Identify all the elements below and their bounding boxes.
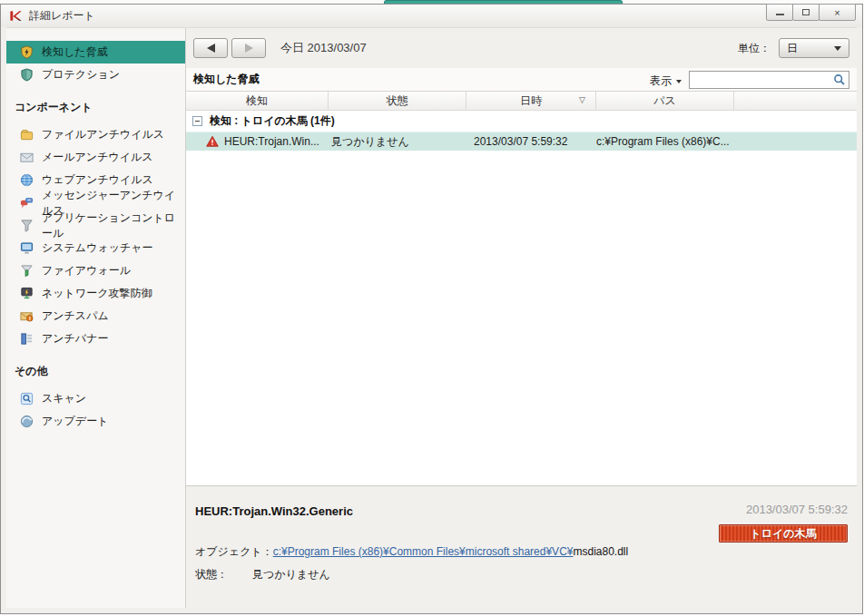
forward-arrow-icon xyxy=(245,44,253,53)
table-row[interactable]: HEUR:Trojan.Win... 見つかりません 2013/03/07 5:… xyxy=(186,132,857,151)
unit-label: 単位： xyxy=(738,41,771,56)
object-row: オブジェクト： c:¥Program Files (x86)¥Common Fi… xyxy=(195,544,628,560)
sidebar-item-anti-spam[interactable]: アンチスパム xyxy=(6,305,185,328)
sidebar-item-firewall[interactable]: ファイアウォール xyxy=(6,259,185,282)
close-icon: × xyxy=(834,7,839,18)
view-dropdown[interactable]: 表示 xyxy=(650,73,682,89)
monitor-icon xyxy=(20,241,34,255)
sidebar-item-mail-antivirus[interactable]: メールアンチウイルス xyxy=(6,146,185,169)
sidebar-item-file-antivirus[interactable]: ファイルアンチウイルス xyxy=(6,123,185,146)
back-arrow-icon xyxy=(207,44,215,53)
scan-magnifier-icon xyxy=(20,392,34,406)
network-attack-icon xyxy=(20,287,34,300)
row-datetime: 2013/03/07 5:59:32 xyxy=(474,135,567,148)
table-header: 検知 状態 日時▽ パス xyxy=(186,92,857,111)
minimize-button[interactable] xyxy=(766,4,793,21)
collapse-expander-icon[interactable] xyxy=(192,116,202,126)
search-icon xyxy=(833,73,846,86)
next-day-button[interactable] xyxy=(231,38,266,58)
list-header: 検知した脅威 表示 xyxy=(186,68,857,92)
sidebar-section-others: その他 xyxy=(6,350,185,387)
chevron-down-icon xyxy=(834,46,841,51)
results-list: 検知 : トロイの木馬 (1件) HEUR:Trojan.Win... 見つかり… xyxy=(186,111,857,485)
threat-type-badge: トロイの木馬 xyxy=(719,524,848,543)
kaspersky-logo-icon xyxy=(9,9,23,23)
globe-icon xyxy=(20,173,34,187)
sidebar-item-scan[interactable]: スキャン xyxy=(6,387,185,410)
sidebar-item-network-attack-blocker[interactable]: ネットワーク攻撃防御 xyxy=(6,282,185,305)
sidebar-item-protection[interactable]: プロテクション xyxy=(6,64,185,86)
search-box xyxy=(689,71,849,89)
unit-dropdown[interactable]: 日 xyxy=(779,38,849,58)
row-status: 見つかりません xyxy=(331,134,409,150)
column-header-empty[interactable] xyxy=(734,92,857,110)
funnel-icon xyxy=(20,219,34,232)
row-detection: HEUR:Trojan.Win... xyxy=(224,135,319,148)
column-header-status[interactable]: 状態 xyxy=(329,92,466,110)
column-header-path[interactable]: パス xyxy=(596,92,734,110)
current-date-label: 今日 2013/03/07 xyxy=(280,40,367,56)
titlebar[interactable]: 詳細レポート × xyxy=(1,5,862,27)
window-title: 詳細レポート xyxy=(29,8,95,24)
row-path: c:¥Program Files (x86)¥C... xyxy=(596,135,730,148)
chat-bubbles-icon: HI xyxy=(20,196,34,210)
sidebar-item-anti-banner[interactable]: アンチバナー xyxy=(6,328,185,350)
search-input[interactable] xyxy=(690,73,833,86)
status-label: 状態： xyxy=(195,567,252,582)
report-window: 詳細レポート × 検知した脅威 プロテクション コンポーネント ファイルアンチウ… xyxy=(0,4,863,614)
main-panel: 今日 2013/03/07 単位： 日 検知した脅威 表示 xyxy=(186,28,857,608)
envelope-icon xyxy=(20,151,34,164)
shield-icon xyxy=(20,68,34,82)
object-path-link[interactable]: c:¥Program Files (x86)¥Common Files¥micr… xyxy=(273,545,574,558)
chevron-down-icon xyxy=(676,80,682,83)
close-button[interactable]: × xyxy=(819,4,856,21)
object-file-name: msdia80.dll xyxy=(573,545,628,558)
shield-bolt-icon xyxy=(20,45,34,59)
sidebar-item-detected-threats[interactable]: 検知した脅威 xyxy=(6,41,185,64)
folder-icon xyxy=(20,128,34,142)
group-row-trojan[interactable]: 検知 : トロイの木馬 (1件) xyxy=(186,111,857,132)
envelope-warning-icon xyxy=(20,309,34,323)
object-label: オブジェクト： xyxy=(195,544,273,560)
minimize-icon xyxy=(776,14,784,15)
status-row: 状態： 見つかりません xyxy=(195,567,330,582)
maximize-icon xyxy=(802,9,810,15)
date-toolbar: 今日 2013/03/07 単位： 日 xyxy=(186,28,857,68)
detail-panel: HEUR:Trojan.Win32.Generic 2013/03/07 5:5… xyxy=(186,485,857,608)
previous-day-button[interactable] xyxy=(193,38,228,58)
sidebar: 検知した脅威 プロテクション コンポーネント ファイルアンチウイルス メールアン… xyxy=(6,28,186,608)
maximize-button[interactable] xyxy=(792,4,820,21)
sidebar-section-components: コンポーネント xyxy=(6,86,185,123)
column-header-detection[interactable]: 検知 xyxy=(186,92,329,110)
banner-icon xyxy=(20,332,34,346)
sidebar-item-application-control[interactable]: アプリケーションコントロール xyxy=(6,214,185,237)
list-title: 検知した脅威 xyxy=(193,72,260,87)
unit-value: 日 xyxy=(787,41,798,56)
sort-descending-icon: ▽ xyxy=(579,95,585,104)
warning-triangle-icon xyxy=(206,135,219,148)
sidebar-item-update[interactable]: アップデート xyxy=(6,410,185,433)
update-globe-icon xyxy=(20,415,34,428)
firewall-funnel-icon xyxy=(20,264,34,278)
svg-text:HI: HI xyxy=(27,198,31,202)
column-header-datetime[interactable]: 日時▽ xyxy=(466,92,596,110)
threat-datetime: 2013/03/07 5:59:32 xyxy=(746,503,848,516)
status-value: 見つかりません xyxy=(252,567,330,582)
